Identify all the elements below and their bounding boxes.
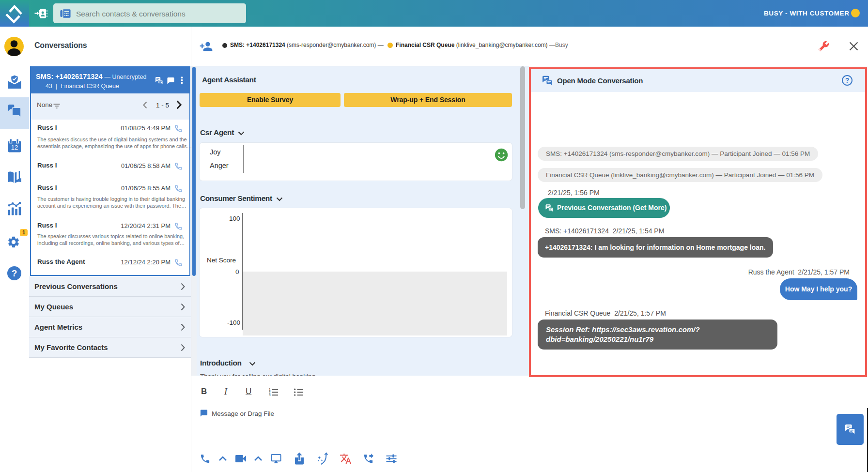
svg-text:3: 3 — [269, 394, 271, 396]
svg-text:12: 12 — [11, 144, 18, 151]
